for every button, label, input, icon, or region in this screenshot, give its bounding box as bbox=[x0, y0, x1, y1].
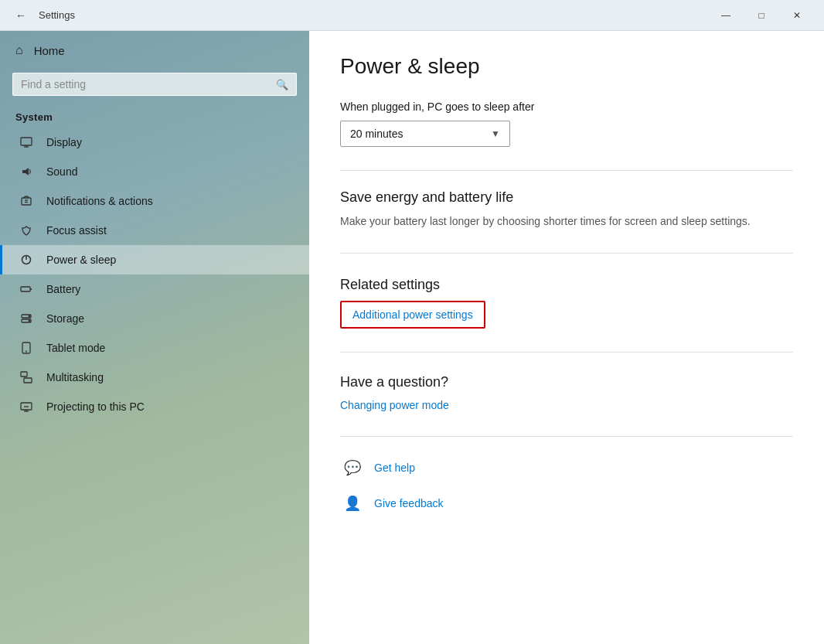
sidebar-item-display[interactable]: Display bbox=[0, 128, 309, 157]
projecting-icon bbox=[15, 400, 37, 413]
get-help-link[interactable]: Get help bbox=[374, 462, 415, 474]
energy-desc: Make your battery last longer by choosin… bbox=[340, 213, 788, 230]
title-bar: ← Settings — □ ✕ bbox=[0, 0, 824, 31]
sidebar-item-tablet-label: Tablet mode bbox=[46, 342, 105, 354]
question-section: Have a question? Changing power mode bbox=[340, 374, 793, 417]
sidebar-item-notifications[interactable]: Notifications & actions bbox=[0, 186, 309, 216]
divider-4 bbox=[340, 436, 793, 437]
sidebar-item-storage[interactable]: Storage bbox=[0, 304, 309, 333]
battery-icon bbox=[15, 283, 37, 295]
sidebar-item-sound-label: Sound bbox=[46, 165, 77, 178]
sidebar-item-multitasking-label: Multitasking bbox=[46, 371, 104, 383]
svg-rect-0 bbox=[21, 138, 32, 145]
sidebar-item-tablet[interactable]: Tablet mode bbox=[0, 333, 309, 363]
divider-3 bbox=[340, 352, 793, 353]
sidebar-item-multitasking[interactable]: Multitasking bbox=[0, 363, 309, 392]
related-heading: Related settings bbox=[340, 277, 793, 293]
related-section: Related settings Additional power settin… bbox=[340, 277, 793, 329]
system-section-label: System bbox=[0, 105, 309, 128]
get-help-icon: 💬 bbox=[340, 455, 365, 480]
give-feedback-icon: 👤 bbox=[340, 491, 365, 516]
sidebar-item-notifications-label: Notifications & actions bbox=[46, 195, 153, 207]
search-icon: 🔍 bbox=[276, 79, 288, 90]
sidebar-item-home[interactable]: ⌂ Home bbox=[0, 31, 309, 70]
storage-icon bbox=[15, 312, 37, 325]
svg-rect-10 bbox=[30, 288, 32, 290]
sidebar-item-power-label: Power & sleep bbox=[46, 254, 116, 266]
sidebar-item-projecting-label: Projecting to this PC bbox=[46, 400, 145, 413]
notifications-icon bbox=[15, 195, 37, 207]
sidebar-item-projecting[interactable]: Projecting to this PC bbox=[0, 392, 309, 421]
question-heading: Have a question? bbox=[340, 374, 793, 390]
sidebar: ⌂ Home 🔍 System DisplaySoundNotification… bbox=[0, 31, 309, 644]
sleep-label: When plugged in, PC goes to sleep after bbox=[340, 101, 793, 113]
display-icon bbox=[15, 136, 37, 148]
page-title: Power & sleep bbox=[340, 54, 793, 79]
get-help-item: 💬 Get help bbox=[340, 455, 793, 480]
give-feedback-link[interactable]: Give feedback bbox=[374, 497, 444, 509]
sleep-section: When plugged in, PC goes to sleep after … bbox=[340, 101, 793, 147]
search-box[interactable]: 🔍 bbox=[12, 73, 297, 96]
back-button[interactable]: ← bbox=[9, 4, 32, 27]
app-title: Settings bbox=[39, 9, 708, 21]
home-icon: ⌂ bbox=[15, 43, 23, 57]
svg-rect-4 bbox=[22, 198, 31, 205]
sidebar-item-display-label: Display bbox=[46, 136, 82, 148]
svg-point-14 bbox=[29, 320, 30, 322]
maximize-button[interactable]: □ bbox=[744, 0, 779, 31]
sidebar-item-battery-label: Battery bbox=[46, 283, 80, 295]
additional-power-settings-link[interactable]: Additional power settings bbox=[340, 301, 485, 329]
sidebar-item-storage-label: Storage bbox=[46, 312, 84, 325]
svg-point-13 bbox=[29, 315, 30, 317]
svg-rect-18 bbox=[24, 378, 32, 383]
main-layout: ⌂ Home 🔍 System DisplaySoundNotification… bbox=[0, 31, 824, 644]
sidebar-item-power[interactable]: Power & sleep bbox=[0, 245, 309, 274]
window-controls: — □ ✕ bbox=[708, 0, 815, 31]
svg-rect-9 bbox=[21, 287, 30, 291]
svg-marker-3 bbox=[22, 168, 29, 175]
changing-power-link[interactable]: Changing power mode bbox=[340, 399, 449, 411]
energy-section: Save energy and battery life Make your b… bbox=[340, 189, 793, 230]
chevron-down-icon: ▼ bbox=[491, 128, 500, 139]
multitasking-icon bbox=[15, 371, 37, 383]
svg-rect-17 bbox=[21, 372, 27, 377]
content-area: Power & sleep When plugged in, PC goes t… bbox=[309, 31, 824, 644]
sound-icon bbox=[15, 165, 37, 178]
tablet-icon bbox=[15, 342, 37, 354]
sleep-select[interactable]: 20 minutes ▼ bbox=[340, 121, 510, 147]
energy-heading: Save energy and battery life bbox=[340, 189, 793, 206]
sidebar-item-sound[interactable]: Sound bbox=[0, 157, 309, 186]
search-input[interactable] bbox=[21, 78, 276, 90]
sidebar-item-focus-label: Focus assist bbox=[46, 224, 107, 237]
close-button[interactable]: ✕ bbox=[779, 0, 815, 31]
power-icon bbox=[15, 254, 37, 266]
sidebar-item-battery[interactable]: Battery bbox=[0, 274, 309, 304]
give-feedback-item: 👤 Give feedback bbox=[340, 491, 793, 516]
focus-icon bbox=[15, 224, 37, 237]
divider-2 bbox=[340, 253, 793, 254]
minimize-button[interactable]: — bbox=[708, 0, 744, 31]
divider-1 bbox=[340, 170, 793, 171]
sidebar-item-focus[interactable]: Focus assist bbox=[0, 216, 309, 245]
nav-items-list: DisplaySoundNotifications & actionsFocus… bbox=[0, 128, 309, 421]
